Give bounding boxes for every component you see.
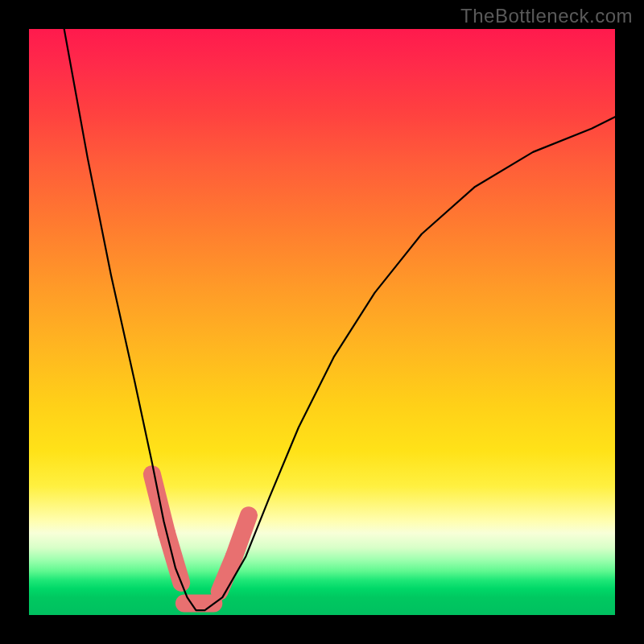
chart-plot-area [29,29,615,615]
chart-svg [29,29,615,615]
bottleneck-curve [64,29,615,610]
watermark-text: TheBottleneck.com [460,5,633,27]
chart-frame: TheBottleneck.com [0,0,644,644]
right-ascending-band [234,515,249,556]
marker-layer [152,474,249,603]
